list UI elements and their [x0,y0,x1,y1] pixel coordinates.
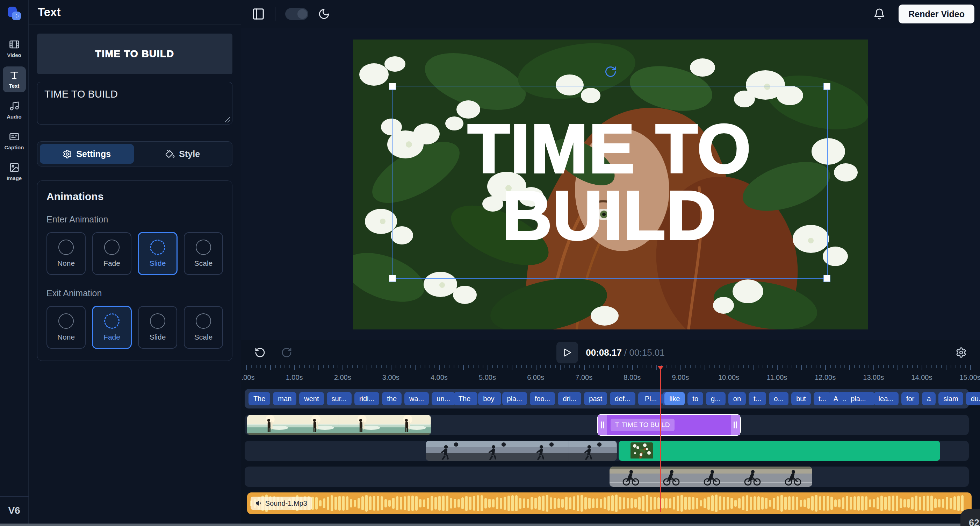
caption-word-chip[interactable]: the [382,392,402,405]
caption-word-chip[interactable]: for [901,392,919,405]
timeline-ruler[interactable]: 0.00s1.00s2.00s3.00s4.00s5.00s6.00s7.00s… [245,365,969,386]
animation-option-fade[interactable]: Fade [92,306,131,349]
ruler-label: 8.00s [624,373,641,382]
caption-word-chip[interactable]: A [829,392,843,405]
ruler-tick [820,365,821,368]
caption-word-chip[interactable]: ridi... [355,392,379,405]
resize-handle-icon[interactable] [225,117,230,123]
audio-clip[interactable]: Sound-1.Mp3 [247,493,972,514]
caption-word-chip[interactable]: but [791,392,811,405]
sidebar-item-video[interactable]: Video [3,36,26,62]
panel-tabs: Settings Style [37,141,232,166]
animation-option-scale[interactable]: Scale [184,232,223,275]
caption-word-chip[interactable]: a [922,392,935,405]
animation-option-scale[interactable]: Scale [184,306,223,349]
caption-word-chip[interactable]: pla... [846,392,870,405]
caption-word-chip[interactable]: o... [769,392,789,405]
ruler-tick [926,365,927,368]
caption-word-chip[interactable]: boy [478,392,499,405]
app-logo-icon[interactable] [6,6,23,24]
video-clip-surf[interactable] [247,415,431,435]
theme-toggle[interactable] [285,8,308,20]
tab-style[interactable]: Style [136,144,230,164]
caption-word-chip[interactable]: wa... [404,392,429,405]
caption-word-chip[interactable]: def... [610,392,635,405]
sidebar-item-audio[interactable]: Audio [3,97,26,123]
caption-word-chip[interactable]: The [453,392,475,405]
caption-word-chip[interactable]: g... [706,392,725,405]
caption-word-chip[interactable]: Pl... [640,392,662,405]
animations-card: Animations Enter AnimationNoneFadeSlideS… [37,180,232,361]
caption-word-chip[interactable]: on [729,392,746,405]
caption-word-chip[interactable]: dri... [558,392,581,405]
sidebar-item-text[interactable]: Text [3,67,26,92]
panel-toggle-icon[interactable] [251,7,265,21]
trim-handle-left[interactable] [598,415,607,435]
ruler-tick [753,365,754,370]
ruler-tick [386,365,387,368]
tab-settings[interactable]: Settings [40,144,134,164]
ruler-tick [434,365,435,368]
ruler-tick [497,365,498,368]
caption-word-chip[interactable]: t... [749,392,766,405]
caption-word-chip[interactable]: to [687,392,703,405]
animation-option-none[interactable]: None [46,306,86,349]
redo-icon[interactable] [281,347,292,358]
undo-icon[interactable] [255,347,266,358]
caption-word-chip[interactable]: du... [966,392,980,405]
animation-option-none[interactable]: None [46,232,86,275]
ruler-tick [565,365,565,368]
ruler-tick [825,365,826,370]
ruler-tick [806,365,807,368]
video-clip-bike[interactable] [609,467,812,487]
caption-word-chip[interactable]: lea... [874,392,899,405]
caption-word-chip[interactable]: The [248,392,270,405]
clip-thumbnail [521,441,569,461]
sidebar-item-caption[interactable]: Caption [3,128,26,154]
canvas-text-element[interactable]: TIME TO BUILD [392,86,827,279]
horizontal-scrollbar[interactable] [0,524,980,526]
ruler-tick [372,365,372,368]
ruler-label: 4.00s [431,373,448,382]
resize-handle-bottom-left[interactable] [389,275,396,282]
caption-word-chip[interactable]: slam [939,392,963,405]
bell-icon[interactable] [873,8,885,20]
resize-handle-top-right[interactable] [823,83,830,90]
caption-word-chip[interactable]: un... [432,392,455,405]
video-clip-green[interactable] [619,441,940,461]
ruler-tick [280,365,281,368]
timeline-settings-gear-icon[interactable] [956,347,967,358]
resize-handle-bottom-right[interactable] [823,275,830,282]
sidebar-item-image[interactable]: Image [3,159,26,185]
ruler-tick [468,365,469,368]
play-button[interactable] [557,342,578,363]
caption-word-chip[interactable]: man [273,392,296,405]
animation-option-fade[interactable]: Fade [92,232,131,275]
text-clip-time-to-build[interactable]: TTIME TO BUILD [597,414,741,436]
caption-word-chip[interactable]: went [299,392,324,405]
rotate-icon[interactable] [604,65,617,78]
animation-option-slide[interactable]: Slide [138,306,177,349]
video-clip-soccer[interactable] [426,441,617,461]
render-video-button[interactable]: Render Video [899,5,974,24]
caption-word-chip[interactable]: like [664,392,685,405]
ruler-tick [622,365,623,368]
ruler-tick [574,365,575,368]
resize-handle-top-left[interactable] [389,83,396,90]
playhead[interactable] [660,366,661,512]
caption-word-chip[interactable]: sur... [327,392,352,405]
ruler-tick [845,365,845,368]
ruler-tick [743,365,744,368]
ruler-tick [337,365,338,368]
caption-word-chip[interactable]: past [584,392,607,405]
corner-badge[interactable]: 623 [961,509,980,526]
video-preview[interactable]: TIME TO BUILD [353,40,868,330]
clip-thumbnail [339,415,385,435]
text-style-preview[interactable]: TIME TO BUILD [37,33,232,74]
caption-word-chip[interactable]: foo... [530,392,555,405]
text-content-input[interactable]: TIME TO BUILD [37,82,232,124]
ruler-tick [531,365,531,368]
trim-handle-right[interactable] [731,415,740,435]
caption-word-chip[interactable]: pla... [502,392,527,405]
animation-option-slide[interactable]: Slide [138,232,177,275]
